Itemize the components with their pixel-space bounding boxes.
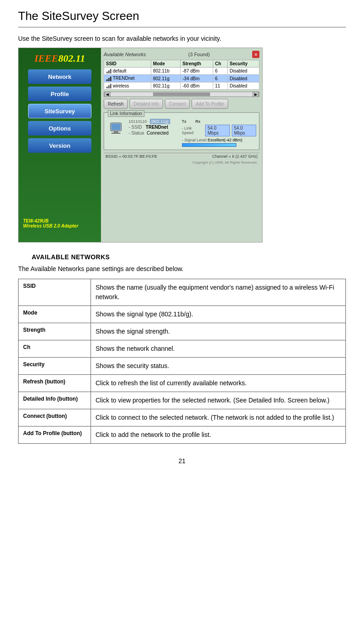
page-title: The SiteSurvey Screen — [18, 9, 346, 28]
mode-cell: 802.11g — [151, 75, 181, 82]
desc-table-row: Refresh (button) Click to refresh the li… — [19, 375, 346, 392]
nav-options[interactable]: Options — [28, 121, 91, 136]
desc-table-row: Security Shows the security status. — [19, 358, 346, 375]
computer-icon — [107, 119, 125, 137]
svg-rect-2 — [110, 69, 111, 73]
desc-definition: Shows the signal strength. — [91, 323, 346, 340]
col-mode: Mode — [151, 60, 181, 68]
action-buttons: Refresh Detailed Info Connect Add To Pro… — [104, 99, 259, 109]
found-count: (3 Found) — [188, 52, 210, 57]
app-main: Available Networks (3 Found) ✕ SSID Mode… — [101, 48, 262, 242]
section-heading: Available Networks — [32, 253, 346, 261]
rx-label: Rx — [196, 119, 201, 124]
intro-text: Use the SiteSurvey screen to scan for av… — [18, 35, 346, 42]
security-cell: Disabled — [228, 68, 259, 75]
link-info-inner: 10110110 [802.11g] - SSID TRENDnet - Sta… — [107, 119, 256, 147]
desc-definition: Click to connect to the selected network… — [91, 409, 346, 426]
table-row[interactable]: default 802.11b -87 dBm 6 Disabled — [104, 68, 259, 75]
desc-term: Connect (button) — [19, 409, 91, 426]
link-info-right: Tx Rx - Link Speed 54.0 Mbps 54.0 Mbps -… — [182, 119, 256, 147]
table-row[interactable]: wireless 802.11g -60 dBm 11 Disabled — [104, 82, 259, 89]
scroll-track — [110, 92, 253, 96]
link-info-panel: Link Information 10110110 [802.11g] — [104, 112, 259, 150]
app-sidebar: IEEE802.11 Network Profile SiteSurvey Op… — [19, 48, 101, 242]
svg-rect-0 — [106, 72, 108, 73]
svg-rect-10 — [111, 124, 120, 130]
bssid-text: BSSID = 00:03:7F:BE:F0:FE — [105, 154, 157, 159]
table-row[interactable]: TRENDnet 802.11g -34 dBm 6 Disabled — [104, 75, 259, 82]
desc-definition: Shows the security status. — [91, 358, 346, 375]
connect-button[interactable]: Connect — [165, 99, 190, 109]
device-line1: TEW-429UB — [23, 218, 78, 223]
networks-table: SSID Mode Strength Ch Security default 8… — [104, 60, 259, 90]
svg-rect-3 — [106, 79, 108, 81]
tx-label: Tx — [182, 119, 187, 124]
desc-term: Refresh (button) — [19, 375, 91, 392]
nav-version[interactable]: Version — [28, 138, 91, 153]
desc-table-row: Connect (button) Click to connect to the… — [19, 409, 346, 426]
detailed-info-button[interactable]: Detailed Info — [129, 99, 163, 109]
available-networks-label: Available Networks — [104, 52, 146, 57]
bitrate-display: 10110110 [802.11g] — [129, 119, 178, 124]
svg-rect-4 — [108, 78, 110, 81]
copyright-text: Copyright (C) 2005, All Rights Reserved. — [104, 160, 259, 165]
scroll-thumb — [153, 92, 210, 96]
desc-table-row: Mode Shows the signal type (802.11b/g). — [19, 306, 346, 323]
signal-level-row: - Signal Level Excellent(-42 dBm) — [182, 138, 256, 142]
device-line2: Wireless USB 2.0 Adapter — [23, 223, 78, 228]
rx-speed: 54.0 Mbps — [232, 125, 256, 136]
panel-title-row: Available Networks (3 Found) ✕ — [104, 51, 259, 58]
desc-term: Ch — [19, 340, 91, 358]
device-info: TEW-429UB Wireless USB 2.0 Adapter — [23, 218, 78, 228]
nav-network[interactable]: Network — [28, 69, 91, 84]
svg-rect-12 — [111, 133, 120, 134]
add-to-profile-button[interactable]: Add To Profile — [192, 99, 228, 109]
bottom-info-bar: BSSID = 00:03:7F:BE:F0:FE Channel = 6 (2… — [104, 153, 259, 160]
table-header-row: SSID Mode Strength Ch Security — [104, 60, 259, 68]
ssid-cell: default — [104, 68, 151, 75]
desc-definition: Shows the network channel. — [91, 340, 346, 358]
col-strength: Strength — [181, 60, 213, 68]
svg-rect-8 — [110, 84, 111, 88]
security-cell: Disabled — [228, 75, 259, 82]
refresh-button[interactable]: Refresh — [104, 99, 128, 109]
desc-term: Security — [19, 358, 91, 375]
ssid-row: - SSID TRENDnet — [129, 125, 178, 130]
svg-rect-7 — [108, 85, 110, 88]
desc-term: Add To Profile (button) — [19, 426, 91, 444]
desc-table-row: Detailed Info (button) Click to view pro… — [19, 392, 346, 409]
ssid-cell: wireless — [104, 82, 151, 89]
scroll-right-button[interactable]: ▶ — [253, 92, 259, 97]
svg-rect-5 — [110, 77, 111, 81]
col-security: Security — [228, 60, 259, 68]
desc-definition: Click to refresh the list of currently a… — [91, 375, 346, 392]
status-row: - Status Connected — [129, 131, 178, 136]
close-button[interactable]: ✕ — [252, 51, 259, 58]
col-ch: Ch — [213, 60, 228, 68]
desc-table-row: SSID Shows the name (usually the equipme… — [19, 279, 346, 306]
desc-definition: Shows the name (usually the equipment ve… — [91, 279, 346, 306]
scroll-left-button[interactable]: ◀ — [104, 92, 110, 97]
mode-cell: 802.11b — [151, 68, 181, 75]
screenshot: IEEE802.11 Network Profile SiteSurvey Op… — [18, 48, 263, 242]
nav-sitesurvey[interactable]: SiteSurvey — [28, 104, 91, 118]
desc-term: Strength — [19, 323, 91, 340]
ssid-cell: TRENDnet — [104, 75, 151, 82]
ch-cell: 6 — [213, 75, 228, 82]
ch-cell: 6 — [213, 68, 228, 75]
nav-profile[interactable]: Profile — [28, 87, 91, 101]
ch-cell: 11 — [213, 82, 228, 89]
security-cell: Disabled — [228, 82, 259, 89]
link-info-title: Link Information — [108, 110, 144, 117]
mode-cell: 802.11g — [151, 82, 181, 89]
desc-term: SSID — [19, 279, 91, 306]
signal-bar — [182, 143, 236, 147]
scrollbar[interactable]: ◀ ▶ — [104, 92, 259, 97]
strength-cell: -87 dBm — [181, 68, 213, 75]
tx-speed: 54.0 Mbps — [205, 125, 230, 136]
app-logo: IEEE802.11 — [34, 53, 85, 64]
strength-cell: -34 dBm — [181, 75, 213, 82]
description-table: SSID Shows the name (usually the equipme… — [18, 279, 346, 444]
section-intro: The Available Networks pane settings are… — [18, 265, 346, 272]
link-speed-row: - Link Speed 54.0 Mbps 54.0 Mbps — [182, 125, 256, 136]
